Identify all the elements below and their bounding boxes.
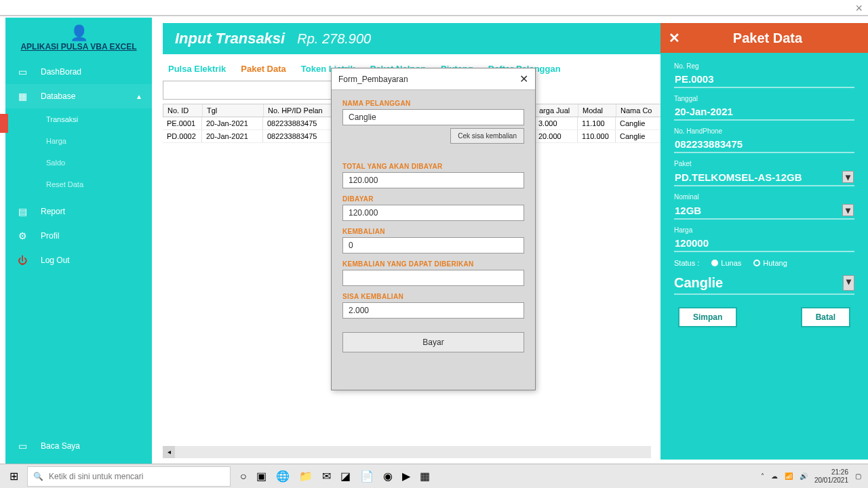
start-button[interactable]: ⊞ bbox=[0, 464, 27, 489]
window-top-border bbox=[0, 15, 868, 16]
input-kembalian[interactable] bbox=[342, 237, 524, 253]
scroll-left-icon[interactable]: ◂ bbox=[163, 446, 175, 458]
input-nama[interactable] bbox=[342, 109, 524, 125]
taskbar-clock[interactable]: 21:26 20/01/2021 bbox=[814, 468, 848, 485]
horizontal-scrollbar[interactable]: ◂ bbox=[163, 446, 651, 458]
mail-icon[interactable]: ✉ bbox=[322, 470, 331, 483]
volume-icon[interactable]: 🔊 bbox=[800, 472, 808, 480]
sidebar-item-reset[interactable]: Reset Data bbox=[5, 174, 152, 195]
th-tgl[interactable]: Tgl bbox=[203, 104, 264, 117]
laptop-icon: ▭ bbox=[15, 66, 30, 77]
report-icon: ▤ bbox=[15, 206, 30, 217]
onedrive-icon[interactable]: ☁ bbox=[771, 472, 778, 480]
val-tanggal[interactable]: 20-Jan-2021 bbox=[674, 104, 854, 121]
sidebar-item-report[interactable]: ▤ Report bbox=[5, 199, 152, 224]
modal-title-text: Form_Pembayaran bbox=[338, 75, 408, 84]
wifi-icon[interactable]: 📶 bbox=[785, 472, 793, 480]
lbl-harga: Harga bbox=[674, 226, 854, 234]
bayar-button[interactable]: Bayar bbox=[342, 332, 524, 352]
modal-titlebar[interactable]: Form_Pembayaran ✕ bbox=[332, 68, 535, 90]
input-dibayar[interactable] bbox=[342, 205, 524, 221]
th-modal[interactable]: Modal bbox=[578, 104, 616, 117]
input-kembalian-dapat[interactable] bbox=[342, 270, 524, 286]
sidebar-item-harga[interactable]: Harga bbox=[5, 130, 152, 152]
sidebar-label: Database bbox=[41, 92, 75, 101]
lbl-reg: No. Reg bbox=[674, 62, 854, 70]
sidebar-item-saldo[interactable]: Saldo bbox=[5, 152, 152, 174]
notepad-icon[interactable]: 📄 bbox=[360, 470, 374, 483]
sidebar-item-baca[interactable]: ▭ Baca Saya bbox=[5, 434, 152, 458]
laptop-icon: ▭ bbox=[15, 441, 30, 451]
explorer-icon[interactable]: 📁 bbox=[299, 470, 313, 483]
app-title: APLIKASI PULSA VBA EXCEL bbox=[5, 42, 152, 52]
sidebar-label: DashBorad bbox=[41, 67, 81, 77]
batal-button[interactable]: Batal bbox=[801, 307, 850, 327]
val-hp[interactable]: 082233883475 bbox=[674, 136, 854, 153]
sidebar-item-dashboard[interactable]: ▭ DashBorad bbox=[5, 60, 152, 84]
panel-title: Paket Data bbox=[688, 30, 868, 46]
logo-person-icon: 👤 bbox=[5, 24, 152, 42]
lbl-kembalian: KEMBALIAN bbox=[342, 228, 524, 235]
sidebar-item-database[interactable]: ▦ Database bbox=[5, 84, 152, 108]
lbl-sisa: SISA KEMBALIAN bbox=[342, 293, 524, 300]
input-total[interactable] bbox=[342, 172, 524, 188]
cek-sisa-button[interactable]: Cek sisa kembalian bbox=[450, 128, 524, 144]
lbl-kembalian-dapat: KEMBALIAN YANG DAPAT DIBERIKAN bbox=[342, 260, 524, 268]
app-logo: 👤 APLIKASI PULSA VBA EXCEL bbox=[5, 18, 152, 56]
edge-icon[interactable]: 🌐 bbox=[276, 470, 290, 483]
sidebar-item-profil[interactable]: ⚙ Profil bbox=[5, 224, 152, 248]
sidebar-item-transaksi[interactable]: Transaksi bbox=[5, 108, 152, 130]
tab-pulsa[interactable]: Pulsa Elektrik bbox=[168, 64, 226, 74]
panel-header: ✕ Paket Data bbox=[660, 23, 868, 53]
th-nama[interactable]: Nama Co bbox=[616, 104, 664, 117]
app-icon[interactable]: ◪ bbox=[340, 470, 351, 483]
cortana-icon[interactable]: ○ bbox=[240, 470, 247, 483]
database-icon: ▦ bbox=[15, 91, 30, 102]
lbl-hp: No. HandPhone bbox=[674, 127, 854, 135]
app2-icon[interactable]: ▦ bbox=[420, 470, 430, 483]
lbl-dibayar: DIBAYAR bbox=[342, 195, 524, 203]
gear-icon: ⚙ bbox=[15, 230, 30, 241]
taskview-icon[interactable]: ▣ bbox=[256, 470, 267, 483]
select-paket[interactable]: PD.TELKOMSEL-AS-12GB bbox=[674, 169, 854, 186]
panel-close-icon[interactable]: ✕ bbox=[660, 30, 688, 46]
search-placeholder: Ketik di sini untuk mencari bbox=[49, 472, 143, 481]
tray-chevron-icon[interactable]: ˄ bbox=[761, 472, 764, 480]
page-title: Input Transaksi bbox=[175, 30, 285, 47]
select-nominal[interactable]: 12GB bbox=[674, 202, 854, 220]
radio-lunas[interactable]: Lunas bbox=[711, 259, 741, 267]
lbl-nominal: Nominal bbox=[674, 193, 854, 201]
right-panel: ✕ Paket Data No. RegPE.0003 Tanggal20-Ja… bbox=[660, 23, 868, 460]
val-harga[interactable]: 120000 bbox=[674, 235, 854, 252]
taskbar: ⊞ 🔍 Ketik di sini untuk mencari ○ ▣ 🌐 📁 … bbox=[0, 464, 868, 488]
lbl-status: Status : bbox=[674, 259, 699, 267]
search-icon: 🔍 bbox=[33, 472, 43, 481]
select-customer[interactable]: Canglie bbox=[674, 272, 854, 295]
player-icon[interactable]: ▶ bbox=[402, 470, 410, 483]
lbl-tanggal: Tanggal bbox=[674, 95, 854, 102]
lbl-total: TOTAL YANG AKAN DIBAYAR bbox=[342, 163, 524, 170]
simpan-button[interactable]: Simpan bbox=[678, 307, 737, 327]
notifications-icon[interactable]: ▢ bbox=[855, 472, 861, 480]
th-harga-jual[interactable]: arga Jual bbox=[535, 104, 578, 117]
header-amount: Rp. 278.900 bbox=[297, 31, 371, 47]
th-id[interactable]: No. ID bbox=[163, 104, 203, 117]
sidebar: 👤 APLIKASI PULSA VBA EXCEL ▭ DashBorad ▦… bbox=[5, 18, 152, 466]
modal-close-icon[interactable]: ✕ bbox=[519, 73, 528, 85]
taskbar-search[interactable]: 🔍 Ketik di sini untuk mencari bbox=[27, 466, 231, 487]
val-reg: PE.0003 bbox=[674, 71, 854, 88]
sidebar-item-logout[interactable]: ⏻ Log Out bbox=[5, 248, 152, 272]
radio-hutang[interactable]: Hutang bbox=[753, 259, 787, 267]
status-row: Status : Lunas Hutang bbox=[674, 259, 854, 267]
input-sisa[interactable] bbox=[342, 302, 524, 319]
window-close-icon[interactable]: × bbox=[855, 1, 863, 16]
power-icon: ⏻ bbox=[15, 255, 30, 266]
lbl-nama-pelanggan: NAMA PELANGGAN bbox=[342, 100, 524, 107]
payment-modal: Form_Pembayaran ✕ NAMA PELANGGAN Cek sis… bbox=[331, 68, 536, 390]
chrome-icon[interactable]: ◉ bbox=[383, 470, 393, 483]
tab-paket-data[interactable]: Paket Data bbox=[241, 64, 285, 74]
red-accent-bar bbox=[0, 114, 8, 133]
lbl-paket: Paket bbox=[674, 160, 854, 167]
